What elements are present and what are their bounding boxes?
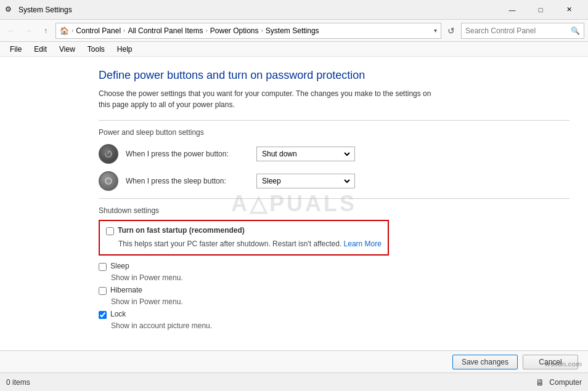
menu-tools[interactable]: Tools <box>83 44 110 55</box>
lock-checkbox[interactable] <box>99 311 107 319</box>
fast-startup-desc: This helps start your PC faster after sh… <box>118 239 382 249</box>
page-title: Define power buttons and turn on passwor… <box>99 69 570 82</box>
sleep-button-row: When I press the sleep button: Do nothin… <box>99 171 570 191</box>
sleep-button-label: When I press the sleep button: <box>126 177 249 185</box>
fast-startup-row: Turn on fast startup (recommended) <box>106 226 382 235</box>
maximize-button[interactable]: □ <box>526 0 555 20</box>
up-button[interactable]: ↑ <box>38 23 53 38</box>
lock-checkbox-row: Lock <box>99 310 570 319</box>
power-button-dropdown[interactable]: Do nothing Sleep Hibernate Shut down Tur… <box>256 147 355 161</box>
address-home-icon: 🏠 <box>60 26 69 35</box>
back-button[interactable]: ← <box>4 23 18 38</box>
sleep-button-select[interactable]: Do nothing Sleep Hibernate Shut down <box>259 176 352 186</box>
power-button-select[interactable]: Do nothing Sleep Hibernate Shut down Tur… <box>259 149 352 159</box>
lock-group: Lock Show in account picture menu. <box>99 310 570 330</box>
address-control-panel[interactable]: Control Panel <box>76 26 121 35</box>
hibernate-checkbox-row: Hibernate <box>99 286 570 295</box>
computer-label: Computer <box>549 378 582 387</box>
power-button-row: When I press the power button: Do nothin… <box>99 144 570 164</box>
forward-button[interactable]: → <box>21 23 36 38</box>
window-title: System Settings <box>18 6 498 14</box>
window-controls: — □ ✕ <box>498 0 583 20</box>
fast-startup-box: Turn on fast startup (recommended) This … <box>99 220 389 256</box>
watermark: wsxdn.com <box>545 360 582 368</box>
address-power-options[interactable]: Power Options <box>210 26 259 35</box>
hibernate-group: Hibernate Show in Power menu. <box>99 286 570 306</box>
nav-bar: ← → ↑ 🏠 › Control Panel › All Control Pa… <box>0 20 588 42</box>
address-all-items[interactable]: All Control Panel Items <box>128 26 203 35</box>
title-bar: ⚙ System Settings — □ ✕ <box>0 0 588 20</box>
fast-startup-checkbox[interactable] <box>106 227 114 235</box>
svg-point-3 <box>107 179 110 183</box>
shutdown-section: Shutdown settings Turn on fast startup (… <box>99 206 570 330</box>
address-dropdown-button[interactable]: ▾ <box>434 27 437 34</box>
search-box: 🔍 <box>461 23 584 39</box>
bottom-bar: Save changes Cancel <box>0 350 588 373</box>
sleep-sublabel: Show in Power menu. <box>111 273 570 282</box>
learn-more-link[interactable]: Learn More <box>344 240 382 248</box>
fast-startup-desc-text: This helps start your PC faster after sh… <box>118 240 341 248</box>
minimize-button[interactable]: — <box>498 0 526 20</box>
refresh-button[interactable]: ↺ <box>444 23 459 38</box>
search-button[interactable]: 🔍 <box>571 26 580 35</box>
close-button[interactable]: ✕ <box>555 0 583 20</box>
menu-bar: File Edit View Tools Help <box>0 42 588 57</box>
sleep-button-dropdown[interactable]: Do nothing Sleep Hibernate Shut down <box>256 174 355 188</box>
sleep-checkbox-label[interactable]: Sleep <box>110 262 129 270</box>
hibernate-sublabel: Show in Power menu. <box>111 297 570 306</box>
status-bar: 0 items 🖥 Computer <box>0 373 588 391</box>
sleep-svg <box>104 177 113 185</box>
menu-view[interactable]: View <box>54 44 80 55</box>
items-count: 0 items <box>6 378 30 387</box>
hibernate-checkbox[interactable] <box>99 287 107 295</box>
main-content: A△PUALS Define power buttons and turn on… <box>0 57 588 350</box>
address-bar: 🏠 › Control Panel › All Control Panel It… <box>55 23 441 39</box>
hibernate-checkbox-label[interactable]: Hibernate <box>110 286 142 294</box>
save-changes-button[interactable]: Save changes <box>452 355 518 369</box>
section-divider-2 <box>99 198 570 199</box>
app-icon: ⚙ <box>5 5 15 15</box>
power-svg <box>104 150 113 158</box>
section-divider-1 <box>99 120 570 121</box>
address-current-page: System Settings <box>266 26 319 35</box>
status-right: 🖥 Computer <box>536 377 582 387</box>
menu-help[interactable]: Help <box>112 44 137 55</box>
sleep-icon <box>99 171 118 191</box>
computer-icon: 🖥 <box>536 377 544 387</box>
power-icon <box>99 144 118 164</box>
sleep-checkbox-row: Sleep <box>99 262 570 271</box>
page-description: Choose the power settings that you want … <box>99 88 444 110</box>
shutdown-section-label: Shutdown settings <box>99 206 570 215</box>
lock-checkbox-label[interactable]: Lock <box>110 310 126 318</box>
sleep-checkbox[interactable] <box>99 263 107 271</box>
power-sleep-section-label: Power and sleep button settings <box>99 128 570 137</box>
search-input[interactable] <box>465 26 568 35</box>
sleep-group: Sleep Show in Power menu. <box>99 262 570 282</box>
power-button-label: When I press the power button: <box>126 150 249 158</box>
lock-sublabel: Show in account picture menu. <box>111 321 570 330</box>
fast-startup-label[interactable]: Turn on fast startup (recommended) <box>118 226 245 235</box>
menu-file[interactable]: File <box>5 44 27 55</box>
menu-edit[interactable]: Edit <box>29 44 52 55</box>
